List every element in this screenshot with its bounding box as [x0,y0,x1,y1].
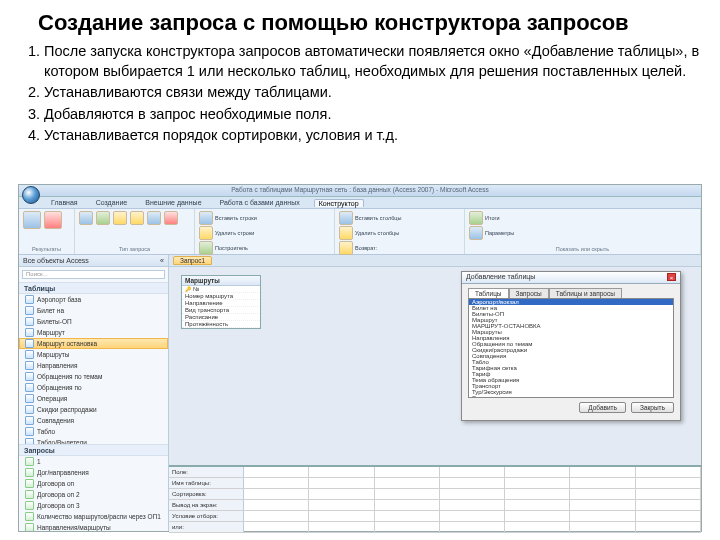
qbe-cell[interactable] [505,467,570,477]
field-item[interactable]: Направление [182,300,260,307]
dialog-tab-both[interactable]: Таблицы и запросы [549,288,622,298]
nav-table-item[interactable]: Билеты-ОП [19,316,168,327]
query-canvas[interactable]: Маршруты №Номер маршрутаНаправлениеВид т… [169,267,701,531]
insert-cols-icon[interactable] [339,211,353,225]
qbe-cell[interactable] [440,467,505,477]
qbe-cell[interactable] [570,478,635,488]
totals-icon[interactable] [469,211,483,225]
field-item[interactable]: Номер маршрута [182,293,260,300]
qbe-cell[interactable] [244,489,309,499]
qbe-cell[interactable] [636,511,701,521]
qbe-cell[interactable] [375,522,440,532]
delete-cols-icon[interactable] [339,226,353,240]
nav-table-item[interactable]: Скидки распродажи [19,404,168,415]
view-icon[interactable] [23,211,41,229]
update-icon[interactable] [130,211,144,225]
qbe-cell[interactable] [570,522,635,532]
tab-home[interactable]: Главная [47,199,82,206]
add-button[interactable]: Добавить [579,402,626,413]
delete-rows-icon[interactable] [199,226,213,240]
qbe-cell[interactable] [375,478,440,488]
tab-create[interactable]: Создание [92,199,132,206]
maketable-icon[interactable] [96,211,110,225]
qbe-cell[interactable] [375,467,440,477]
nav-search[interactable]: Поиск... [22,270,165,279]
nav-query-item[interactable]: Договора оп 3 [19,500,168,511]
qbe-cell[interactable] [440,522,505,532]
field-list[interactable]: Маршруты №Номер маршрутаНаправлениеВид т… [181,275,261,329]
tab-dbtools[interactable]: Работа с базами данных [216,199,304,206]
field-item[interactable]: Расписание [182,314,260,321]
qbe-grid[interactable]: Поле:Имя таблицы:Сортировка:Вывод на экр… [169,465,701,531]
qbe-cell[interactable] [570,511,635,521]
nav-query-item[interactable]: Направления/маршруты [19,522,168,531]
nav-table-item[interactable]: Маршруты [19,349,168,360]
nav-query-item[interactable]: 1 [19,456,168,467]
nav-table-item[interactable]: Табло [19,426,168,437]
tab-external[interactable]: Внешние данные [141,199,205,206]
nav-table-item[interactable]: Обращения по [19,382,168,393]
qbe-cell[interactable] [244,522,309,532]
field-item[interactable]: Протяжённость [182,321,260,328]
dialog-tab-queries[interactable]: Запросы [509,288,549,298]
delete-icon[interactable] [164,211,178,225]
insert-rows-icon[interactable] [199,211,213,225]
nav-query-item[interactable]: Договора оп [19,478,168,489]
qbe-cell[interactable] [244,478,309,488]
office-button[interactable] [22,186,40,204]
qbe-cell[interactable] [309,500,374,510]
qbe-cell[interactable] [505,489,570,499]
crosstab-icon[interactable] [147,211,161,225]
qbe-cell[interactable] [505,522,570,532]
nav-group-tables[interactable]: Таблицы [19,282,168,294]
close-button[interactable]: Закрыть [631,402,674,413]
qbe-cell[interactable] [309,467,374,477]
qbe-cell[interactable] [440,489,505,499]
qbe-cell[interactable] [375,489,440,499]
nav-table-item[interactable]: Маршрут [19,327,168,338]
qbe-cell[interactable] [636,522,701,532]
qbe-cell[interactable] [636,500,701,510]
qbe-cell[interactable] [570,489,635,499]
run-icon[interactable] [44,211,62,229]
nav-table-item[interactable]: Маршрут остановка [19,338,168,349]
qbe-cell[interactable] [244,500,309,510]
nav-query-item[interactable]: Количество маршрутов/распи через ОП1 [19,511,168,522]
return-icon[interactable] [339,241,353,255]
builder-icon[interactable] [199,241,213,255]
dialog-list[interactable]: Аэропорт/вокзалБилет наБилеты-ОПМаршрутМ… [468,298,674,398]
document-tab[interactable]: Запрос1 [173,256,212,265]
nav-query-item[interactable]: Договора оп 2 [19,489,168,500]
nav-group-queries[interactable]: Запросы [19,444,168,456]
qbe-cell[interactable] [636,478,701,488]
nav-table-item[interactable]: Билет на [19,305,168,316]
qbe-cell[interactable] [440,478,505,488]
field-item[interactable]: Вид транспорта [182,307,260,314]
qbe-cell[interactable] [636,467,701,477]
qbe-cell[interactable] [244,511,309,521]
nav-table-item[interactable]: Направления [19,360,168,371]
select-query-icon[interactable] [79,211,93,225]
nav-table-item[interactable]: Совпадения [19,415,168,426]
qbe-cell[interactable] [375,500,440,510]
field-item[interactable]: № [182,286,260,293]
nav-title[interactable]: Все объекты Access [23,257,89,264]
qbe-cell[interactable] [309,478,374,488]
qbe-cell[interactable] [309,489,374,499]
append-icon[interactable] [113,211,127,225]
qbe-cell[interactable] [570,467,635,477]
qbe-cell[interactable] [244,467,309,477]
nav-table-item[interactable]: Обращения по темам [19,371,168,382]
dialog-tab-tables[interactable]: Таблицы [468,288,509,298]
qbe-cell[interactable] [440,511,505,521]
tab-design[interactable]: Конструктор [314,199,364,207]
nav-table-item[interactable]: Операция [19,393,168,404]
qbe-cell[interactable] [309,522,374,532]
nav-table-item[interactable]: Табло/Вылетели [19,437,168,444]
nav-collapse-icon[interactable]: « [160,257,164,264]
qbe-cell[interactable] [505,511,570,521]
qbe-cell[interactable] [636,489,701,499]
qbe-cell[interactable] [309,511,374,521]
qbe-cell[interactable] [375,511,440,521]
nav-table-item[interactable]: Аэропорт база [19,294,168,305]
